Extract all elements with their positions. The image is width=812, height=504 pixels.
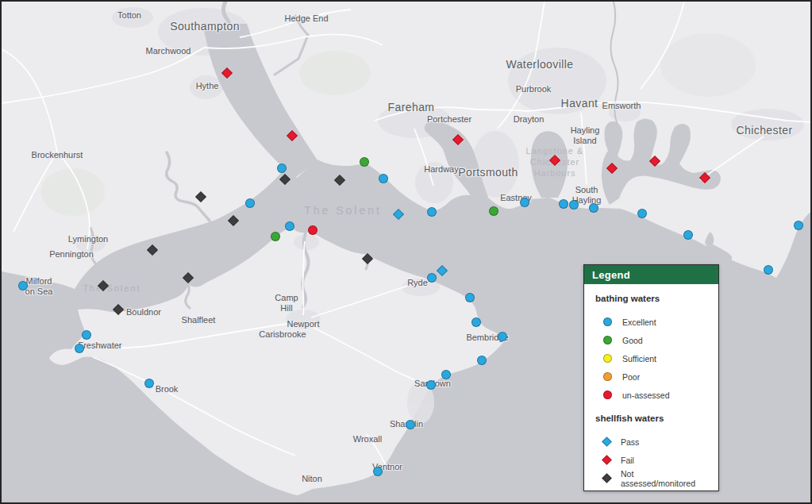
legend-section: bathing watersExcellentGoodSufficientPoo… (595, 294, 709, 404)
place-label: Waterlooville (506, 58, 574, 71)
place-label: Drayton (514, 114, 545, 125)
bathing-marker-unassessed[interactable] (308, 225, 317, 235)
legend-item-good: Good (595, 331, 709, 349)
place-label: Hythe (196, 81, 219, 91)
circle-swatch-icon (603, 391, 612, 399)
legend-body: bathing watersExcellentGoodSufficientPoo… (584, 284, 718, 487)
bathing-marker-good[interactable] (271, 232, 280, 241)
water-label: The Solent (304, 204, 382, 218)
place-label: Havant (561, 97, 598, 110)
place-label: Niton (302, 474, 322, 484)
legend-section-heading: shellfish waters (595, 414, 709, 423)
legend-item-poor: Poor (595, 367, 709, 386)
bathing-marker-excellent[interactable] (18, 281, 28, 290)
circle-swatch-icon (603, 372, 612, 381)
bathing-marker-excellent[interactable] (569, 200, 579, 210)
circle-swatch-icon (603, 317, 612, 326)
circle-swatch-icon (603, 336, 612, 344)
bathing-marker-excellent[interactable] (559, 199, 568, 209)
bathing-marker-excellent[interactable] (477, 356, 487, 365)
bathing-marker-excellent[interactable] (683, 230, 693, 240)
bathing-marker-excellent[interactable] (465, 293, 475, 302)
bathing-marker-excellent[interactable] (245, 198, 255, 208)
legend-item-label: Fail (621, 456, 634, 465)
diamond-swatch-icon (602, 455, 612, 465)
legend-item-pass: Pass (595, 433, 709, 451)
bathing-marker-excellent[interactable] (764, 265, 773, 275)
bathing-marker-excellent[interactable] (520, 198, 529, 207)
bathing-marker-excellent[interactable] (379, 174, 388, 183)
bathing-marker-good[interactable] (489, 206, 498, 216)
place-label: Brook (156, 384, 179, 394)
place-label: Chichester (737, 124, 793, 137)
bathing-marker-excellent[interactable] (441, 370, 451, 379)
bathing-marker-excellent[interactable] (373, 467, 383, 476)
place-label: Wroxall (353, 434, 382, 444)
place-label: Hardway (424, 164, 458, 175)
bathing-marker-excellent[interactable] (406, 420, 415, 429)
legend-section-heading: bathing waters (595, 294, 709, 303)
place-label: HaylingIsland (571, 125, 600, 145)
bathing-marker-excellent[interactable] (498, 332, 507, 341)
legend-panel: Legend bathing watersExcellentGoodSuffic… (583, 264, 719, 491)
bathing-marker-excellent[interactable] (427, 207, 437, 217)
place-label: CampHill (275, 293, 298, 313)
bathing-marker-excellent[interactable] (427, 273, 437, 283)
bathing-marker-excellent[interactable] (144, 379, 154, 388)
legend-item-notassessed: Not assessed/monitored (595, 469, 709, 487)
place-label: Emsworth (602, 101, 641, 111)
place-label: Lymington (68, 234, 108, 244)
circle-swatch-icon (603, 354, 612, 363)
bathing-marker-excellent[interactable] (794, 221, 803, 230)
legend-item-label: Poor (622, 372, 640, 382)
place-label: Milfordon Sea (25, 276, 53, 296)
bathing-marker-excellent[interactable] (75, 344, 84, 353)
place-label: Brockenhurst (32, 150, 83, 160)
place-label: Bouldnor (126, 307, 161, 317)
bathing-marker-excellent[interactable] (637, 209, 647, 218)
legend-item-label: Pass (621, 437, 639, 447)
water-label: The Solent (83, 283, 140, 294)
place-label: Hedge End (284, 13, 328, 24)
place-label: Fareham (388, 101, 435, 113)
map-screenshot: The SolentThe SolentLangstone &Chicheste… (0, 0, 812, 504)
bathing-marker-excellent[interactable] (285, 221, 294, 231)
diamond-swatch-icon (602, 473, 612, 483)
bathing-marker-excellent[interactable] (471, 317, 481, 327)
bathing-marker-excellent[interactable] (426, 380, 436, 390)
place-label: Shalfleet (182, 315, 216, 325)
legend-item-label: un-assessed (622, 391, 670, 400)
bathing-marker-good[interactable] (360, 157, 369, 167)
place-label: Portchester (427, 114, 471, 125)
place-label: Purbrook (516, 84, 552, 94)
legend-item-label: Not assessed/monitored (621, 469, 709, 488)
place-label: Ryde (407, 278, 428, 288)
bathing-marker-excellent[interactable] (277, 164, 287, 173)
place-label: Totton (117, 10, 141, 21)
place-label: Carisbrooke (259, 329, 306, 340)
place-label: Marchwood (146, 46, 191, 56)
legend-section: shellfish watersPassFailNot assessed/mon… (595, 414, 709, 487)
legend-title: Legend (592, 269, 630, 281)
place-label: Newport (287, 319, 320, 329)
legend-header: Legend (584, 265, 718, 284)
diamond-swatch-icon (602, 437, 612, 447)
legend-item-label: Good (622, 336, 643, 345)
place-label: Southampton (170, 20, 240, 33)
legend-item-unassessed: un-assessed (595, 386, 709, 404)
legend-item-label: Sufficient (622, 354, 656, 364)
place-label: Portsmouth (458, 166, 518, 179)
place-label: Freshwater (78, 340, 121, 351)
bathing-marker-excellent[interactable] (589, 203, 598, 213)
legend-item-label: Excellent (622, 317, 656, 327)
legend-item-sufficient: Sufficient (595, 349, 709, 367)
legend-item-fail: Fail (595, 451, 709, 469)
bathing-marker-excellent[interactable] (82, 330, 91, 340)
place-label: Pennington (49, 249, 94, 260)
legend-item-excellent: Excellent (595, 313, 709, 331)
